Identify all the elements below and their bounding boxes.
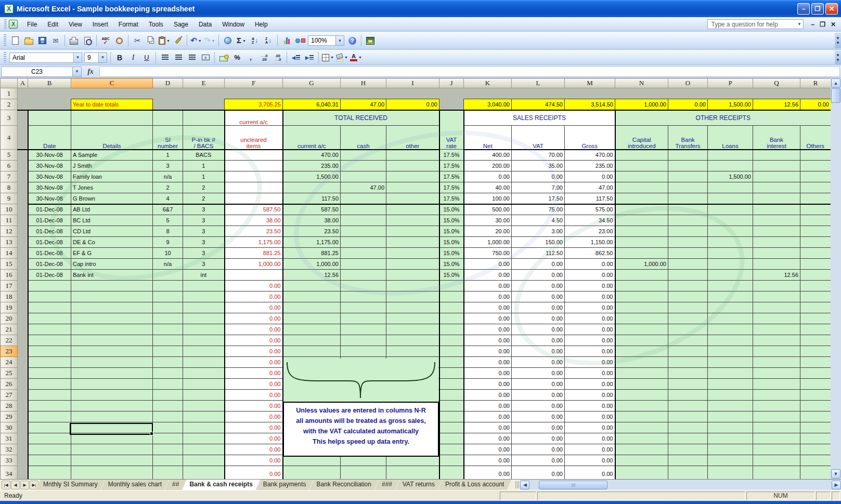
drawing-icon[interactable] xyxy=(294,34,306,47)
paste-icon[interactable]: ▼ xyxy=(158,34,171,47)
cell-O16[interactable] xyxy=(668,270,708,281)
cell-Q8[interactable] xyxy=(753,182,800,193)
cell-D27[interactable] xyxy=(153,390,183,401)
cell-H18[interactable] xyxy=(341,291,386,302)
cell-G6[interactable]: 235.00 xyxy=(283,161,341,171)
cell-L27[interactable]: 0.00 xyxy=(512,390,565,401)
horizontal-scroll-track[interactable] xyxy=(529,481,832,489)
cell-J7[interactable]: 17.5% xyxy=(439,171,464,182)
cell-I13[interactable] xyxy=(386,237,439,248)
cell-G21[interactable] xyxy=(283,324,341,335)
column-header-E[interactable]: E xyxy=(183,78,225,88)
row-header-18[interactable]: 18 xyxy=(1,291,18,302)
column-header-Q[interactable]: Q xyxy=(753,78,800,88)
scroll-down-icon[interactable]: ▼ xyxy=(831,469,840,479)
cell-A14[interactable] xyxy=(18,248,28,259)
cell-M14[interactable]: 862.50 xyxy=(565,248,615,259)
cell-E7[interactable]: 1 xyxy=(183,171,225,182)
cell-B14[interactable]: 01-Dec-08 xyxy=(28,248,71,259)
cell-R12[interactable] xyxy=(800,226,831,237)
toolbar-options-icon[interactable]: ▼▼ xyxy=(835,33,841,49)
cell-O23[interactable] xyxy=(668,346,708,357)
row-header-23[interactable]: 23 xyxy=(1,346,18,357)
cell-M16[interactable]: 0.00 xyxy=(565,270,615,281)
cell-H19[interactable] xyxy=(341,302,386,313)
cell-D3[interactable] xyxy=(153,110,183,126)
cell-P19[interactable] xyxy=(708,302,753,313)
cell-R8[interactable] xyxy=(800,182,831,193)
cell-H2[interactable]: 47.00 xyxy=(341,99,386,110)
cell-D24[interactable] xyxy=(153,357,183,368)
cell-Q26[interactable] xyxy=(753,379,800,390)
cell-O10[interactable] xyxy=(668,204,708,215)
row-header-20[interactable]: 20 xyxy=(1,313,18,324)
cell-P17[interactable] xyxy=(708,281,753,291)
cell-D30[interactable] xyxy=(153,422,183,433)
column-header-P[interactable]: P xyxy=(708,78,753,88)
cell-P32[interactable] xyxy=(708,444,753,455)
cell-K23[interactable]: 0.00 xyxy=(464,346,512,357)
row-header-30[interactable]: 30 xyxy=(1,422,18,433)
cell-Q25[interactable] xyxy=(753,368,800,379)
cell-N14[interactable] xyxy=(615,248,668,259)
cell-F15[interactable]: 1,000.00 xyxy=(225,259,283,270)
undo-icon[interactable]: ↶▼ xyxy=(190,34,202,47)
sort-descending-icon[interactable]: ZA↓ xyxy=(262,34,275,47)
cell-D26[interactable] xyxy=(153,379,183,390)
cell-F9[interactable] xyxy=(225,193,283,204)
cell-L26[interactable]: 0.00 xyxy=(512,379,565,390)
cell-D33[interactable] xyxy=(153,455,183,466)
cell-R15[interactable] xyxy=(800,259,831,270)
cell-Q4[interactable]: Bank interest xyxy=(753,126,800,150)
cell-K9[interactable]: 100.00 xyxy=(464,193,512,204)
cell-R5[interactable] xyxy=(800,150,831,161)
cell-C4[interactable]: Details xyxy=(71,126,153,150)
cell-A9[interactable] xyxy=(18,193,28,204)
cell-A3[interactable] xyxy=(18,110,28,126)
cell-L34[interactable]: 0.00 xyxy=(512,466,565,480)
cell-K15[interactable]: 0.00 xyxy=(464,259,512,270)
cell-E17[interactable] xyxy=(183,281,225,291)
menu-help[interactable]: Help xyxy=(250,19,273,30)
cell-P26[interactable] xyxy=(708,379,753,390)
cell-L2[interactable]: 474.50 xyxy=(512,99,565,110)
cell-G34[interactable] xyxy=(283,466,341,480)
cell-O20[interactable] xyxy=(668,313,708,324)
font-name-combo[interactable]: Arial▼ xyxy=(9,52,82,63)
column-header-D[interactable]: D xyxy=(153,78,183,88)
cell-J17[interactable] xyxy=(439,281,464,291)
cell-L24[interactable]: 0.00 xyxy=(512,357,565,368)
cell-E31[interactable] xyxy=(183,433,225,444)
cell-R4[interactable]: Others xyxy=(800,126,831,150)
sheet-tab-vat-returns[interactable]: VAT returns xyxy=(395,480,442,490)
cell-H15[interactable] xyxy=(341,259,386,270)
row-header-16[interactable]: 16 xyxy=(1,270,18,281)
cell-H14[interactable] xyxy=(341,248,386,259)
cell-K17[interactable]: 0.00 xyxy=(464,281,512,291)
redo-icon[interactable]: ↷▼ xyxy=(203,34,216,47)
cell-B16[interactable]: 01-Dec-08 xyxy=(28,270,71,281)
cell-R21[interactable] xyxy=(800,324,831,335)
menu-window[interactable]: Window xyxy=(217,19,250,30)
cell-C6[interactable]: J Smith xyxy=(71,161,153,171)
cell-E34[interactable] xyxy=(183,466,225,480)
cell-N24[interactable] xyxy=(615,357,668,368)
new-document-icon[interactable] xyxy=(9,34,21,47)
cell-C5[interactable]: A Sample xyxy=(71,150,153,161)
cell-M18[interactable]: 0.00 xyxy=(565,291,615,302)
cell-E1[interactable] xyxy=(183,88,225,99)
cell-M26[interactable]: 0.00 xyxy=(565,379,615,390)
cell-J14[interactable]: 15.0% xyxy=(439,248,464,259)
cell-E18[interactable] xyxy=(183,291,225,302)
print-preview-icon[interactable] xyxy=(81,34,94,47)
cell-R34[interactable] xyxy=(800,466,831,480)
cell-H11[interactable] xyxy=(341,215,386,226)
cell-L6[interactable]: 35.00 xyxy=(512,161,565,171)
cell-K12[interactable]: 20.00 xyxy=(464,226,512,237)
row-header-7[interactable]: 7 xyxy=(1,171,18,182)
cell-K29[interactable]: 0.00 xyxy=(464,412,512,422)
cell-F13[interactable]: 1,175.00 xyxy=(225,237,283,248)
cell-K26[interactable]: 0.00 xyxy=(464,379,512,390)
cell-E10[interactable]: 3 xyxy=(183,204,225,215)
row-header-2[interactable]: 2 xyxy=(1,99,18,110)
